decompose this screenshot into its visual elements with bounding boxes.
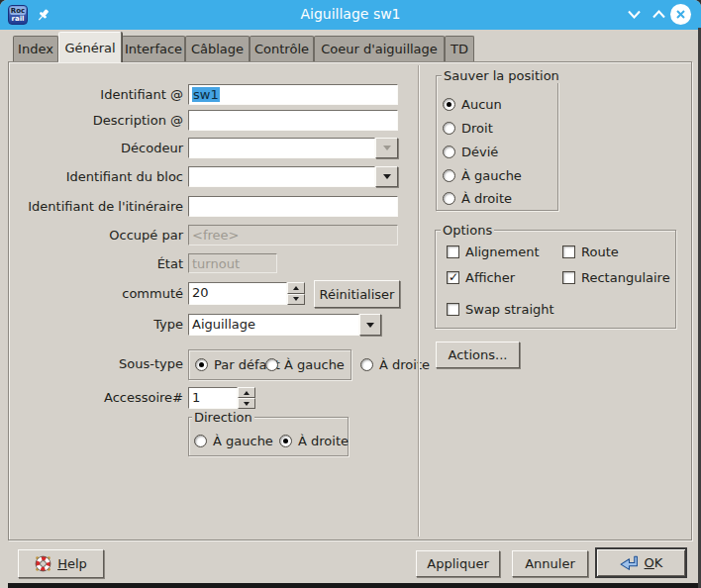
soustype-label: Sous-type bbox=[0, 356, 183, 372]
pin-icon[interactable] bbox=[36, 8, 50, 23]
occupe-label: Occupé par bbox=[0, 228, 183, 244]
checkbox-checked-icon bbox=[447, 271, 459, 284]
position-radio-aucun[interactable]: Aucun bbox=[443, 97, 502, 112]
tab-index[interactable]: Index bbox=[13, 36, 58, 61]
occupe-input: <free> bbox=[188, 225, 398, 245]
itineraire-label: Identifiant de l'itinéraire bbox=[0, 199, 183, 215]
tab-general[interactable]: Général bbox=[58, 32, 122, 62]
position-group-title: Sauver la position bbox=[442, 68, 561, 83]
position-radio-devie[interactable]: Dévié bbox=[443, 145, 498, 159]
radio-icon bbox=[443, 192, 455, 205]
close-button[interactable] bbox=[670, 4, 691, 25]
spin-down-button[interactable] bbox=[238, 398, 255, 409]
description-label: Description @ bbox=[0, 113, 183, 129]
commute-label: commuté bbox=[0, 286, 183, 302]
appliquer-button[interactable]: Appliquer bbox=[416, 550, 500, 577]
direction-radio-a-gauche[interactable]: À gauche bbox=[194, 434, 273, 448]
spin-up-button[interactable] bbox=[238, 387, 255, 398]
ok-label: OK bbox=[645, 555, 663, 570]
radio-icon bbox=[195, 358, 208, 371]
tab-coeur-aiguillage[interactable]: Coeur d'aiguillage bbox=[314, 36, 445, 61]
annuler-button[interactable]: Annuler bbox=[512, 550, 588, 577]
position-radio-a-gauche[interactable]: À gauche bbox=[443, 168, 522, 183]
position-radio-a-droite[interactable]: À droite bbox=[443, 191, 512, 206]
commute-input[interactable]: 20 bbox=[188, 282, 287, 305]
ok-button[interactable]: OK bbox=[595, 547, 687, 578]
type-combo-arrow[interactable] bbox=[359, 314, 381, 336]
help-label: Help bbox=[57, 556, 87, 571]
soustype-radio-a-gauche[interactable]: À gauche bbox=[265, 357, 345, 372]
tab-controle[interactable]: Contrôle bbox=[250, 36, 314, 61]
radio-icon bbox=[443, 122, 455, 135]
checkbox-icon bbox=[447, 303, 459, 316]
direction-group-title: Direction bbox=[192, 410, 254, 425]
decodeur-label: Décodeur bbox=[0, 141, 183, 156]
lifering-help-icon bbox=[35, 555, 51, 572]
spin-down-button[interactable] bbox=[287, 294, 305, 306]
checkbox-icon bbox=[562, 245, 575, 258]
help-button[interactable]: Help bbox=[18, 549, 104, 578]
maximize-chevron-up-icon[interactable] bbox=[651, 8, 667, 21]
etat-label: État bbox=[0, 256, 183, 272]
titlebar[interactable]: Roc rail Aiguillage sw1 bbox=[0, 0, 701, 30]
ok-arrow-icon bbox=[620, 555, 639, 570]
radio-icon bbox=[443, 98, 455, 111]
position-groupbox: Sauver la position Aucun Droit Dévié À g… bbox=[436, 75, 558, 211]
etat-input: turnout bbox=[188, 253, 277, 273]
accessoire-spinner[interactable] bbox=[238, 387, 255, 409]
tab-interface[interactable]: Interface bbox=[122, 36, 185, 61]
bloc-label: Identifiant du bloc bbox=[0, 169, 183, 185]
identifiant-label: Identifiant @ bbox=[0, 87, 183, 103]
description-input[interactable] bbox=[188, 110, 398, 131]
chevron-down-icon bbox=[366, 323, 374, 328]
triangle-up-icon bbox=[244, 391, 250, 395]
chevron-down-icon bbox=[383, 174, 391, 179]
triangle-down-icon bbox=[293, 297, 299, 301]
itineraire-input[interactable] bbox=[188, 196, 398, 217]
options-group-title: Options bbox=[441, 223, 494, 238]
checkbox-swap-straight[interactable]: Swap straight bbox=[447, 302, 554, 317]
bloc-combo-arrow[interactable] bbox=[375, 166, 398, 187]
radio-icon bbox=[443, 146, 455, 158]
position-radio-droit[interactable]: Droit bbox=[443, 121, 493, 136]
chevron-down-icon bbox=[383, 146, 391, 150]
checkbox-alignement[interactable]: Alignement bbox=[447, 245, 540, 259]
triangle-down-icon bbox=[244, 402, 250, 406]
radio-icon bbox=[194, 435, 207, 447]
commute-spinner[interactable] bbox=[287, 282, 305, 305]
radio-icon bbox=[443, 169, 455, 182]
close-icon bbox=[675, 9, 686, 20]
selected-text: sw1 bbox=[192, 87, 220, 102]
decodeur-combo-arrow bbox=[375, 138, 398, 158]
checkbox-icon bbox=[447, 245, 459, 258]
spin-up-button[interactable] bbox=[287, 282, 305, 294]
type-combo-input[interactable]: Aiguillage bbox=[188, 314, 359, 336]
checkbox-rectangulaire[interactable]: Rectangulaire bbox=[562, 270, 670, 285]
type-label: Type bbox=[0, 317, 183, 333]
tab-cablage[interactable]: Câblage bbox=[185, 36, 250, 61]
radio-icon bbox=[360, 358, 373, 371]
accessoire-input[interactable]: 1 bbox=[188, 387, 238, 409]
checkbox-icon bbox=[562, 271, 575, 284]
bloc-combo-input[interactable] bbox=[188, 166, 375, 187]
window-title: Aiguillage sw1 bbox=[119, 6, 582, 22]
rocrail-app-icon: Roc rail bbox=[8, 5, 28, 25]
reinitialiser-button[interactable]: Réinitialiser bbox=[314, 280, 400, 308]
vertical-separator bbox=[418, 65, 420, 537]
dialog-window: Roc rail Aiguillage sw1 Index Général In… bbox=[0, 0, 701, 588]
checkbox-afficher[interactable]: Afficher bbox=[447, 270, 515, 285]
accessoire-label: Accessoire# bbox=[0, 390, 183, 406]
triangle-up-icon bbox=[293, 286, 299, 290]
window-bottom-shadow bbox=[8, 583, 701, 588]
shade-chevron-down-icon[interactable] bbox=[626, 8, 643, 21]
radio-icon bbox=[279, 435, 292, 447]
radio-icon bbox=[265, 358, 278, 371]
checkbox-route[interactable]: Route bbox=[562, 245, 619, 259]
identifiant-input[interactable]: sw1 bbox=[188, 84, 398, 105]
options-groupbox: Options Alignement Route Afficher Rectan… bbox=[435, 230, 676, 329]
tab-td[interactable]: TD bbox=[445, 36, 474, 61]
decodeur-combo-input[interactable] bbox=[188, 138, 375, 158]
actions-button[interactable]: Actions... bbox=[436, 342, 520, 368]
direction-radio-a-droite[interactable]: À droite bbox=[279, 434, 349, 448]
